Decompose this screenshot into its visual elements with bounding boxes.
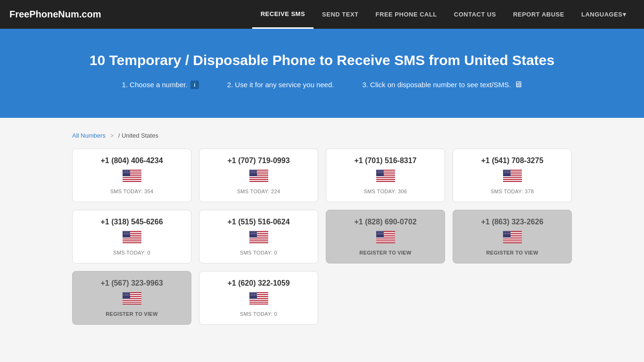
flag-icon: ★★★★★★★★★★★★★★★★★★ (461, 231, 564, 245)
phone-number: +1 (707) 719-0993 (207, 156, 310, 165)
hero-banner: 10 Temporary / Disposable Phone to Recei… (0, 29, 644, 118)
phone-card[interactable]: +1 (567) 323-9963 ★★★★★★★★★★★★★★★★★★ REG… (72, 271, 191, 325)
flag-icon: ★★★★★★★★★★★★★★★★★★ (334, 170, 437, 184)
nav-contact-us[interactable]: CONTACT US (446, 0, 504, 29)
sms-count: SMS TODAY: 0 (80, 250, 183, 255)
register-label: REGISTER TO VIEW (461, 250, 564, 255)
hero-step-2: 2. Use it for any service you need. (227, 80, 334, 90)
nav-languages[interactable]: LANGUAGES (573, 0, 635, 29)
flag-icon: ★★★★★★★★★★★★★★★★★★ (80, 170, 183, 184)
sms-count: SMS TODAY: 378 (461, 189, 564, 194)
phone-number: +1 (318) 545-6266 (80, 218, 183, 226)
phone-card[interactable]: +1 (515) 516-0624 ★★★★★★★★★★★★★★★★★★ SMS… (199, 210, 318, 263)
register-label: REGISTER TO VIEW (334, 250, 437, 255)
step1-text: 1. Choose a number. (122, 81, 187, 89)
svg-rect-83 (503, 178, 522, 179)
svg-rect-58 (376, 180, 395, 181)
svg-rect-188 (503, 241, 522, 242)
svg-rect-4 (123, 176, 141, 177)
phone-card[interactable]: +1 (863) 323-2626 ★★★★★★★★★★★★★★★★★★ REG… (453, 210, 572, 263)
flag-icon: ★★★★★★★★★★★★★★★★★★ (207, 170, 310, 184)
breadcrumb-sep2: / (118, 132, 122, 139)
nav-receive-sms[interactable]: RECEIVE SMS (252, 0, 314, 29)
phone-number: +1 (863) 323-2626 (461, 218, 564, 226)
svg-rect-108 (123, 238, 141, 239)
phone-card[interactable]: +1 (804) 406-4234 ★★★★★★★★★★★★★★★★★★ SMS… (72, 148, 191, 202)
phone-number: +1 (567) 323-9963 (80, 279, 183, 288)
svg-rect-135 (249, 239, 268, 240)
flag-icon: ★★★★★★★★★★★★★★★★★★ (207, 292, 310, 306)
svg-rect-239 (249, 301, 268, 302)
svg-rect-136 (249, 241, 268, 242)
svg-rect-212 (123, 299, 141, 300)
svg-rect-110 (123, 241, 141, 242)
info-icon: i (190, 81, 199, 89)
monitor-icon: 🖥 (514, 80, 522, 90)
phone-card[interactable]: +1 (318) 545-6266 ★★★★★★★★★★★★★★★★★★ SMS… (72, 210, 191, 263)
phone-number: +1 (701) 516-8317 (334, 156, 437, 165)
step3-text: 3. Click on disposable number to see tex… (362, 81, 511, 89)
svg-rect-109 (123, 239, 141, 240)
svg-rect-134 (249, 238, 268, 239)
svg-rect-186 (503, 238, 522, 239)
sms-count: SMS TODAY: 306 (334, 189, 437, 194)
nav-report-abuse[interactable]: REPORT ABUSE (504, 0, 573, 29)
svg-rect-31 (249, 178, 268, 179)
main-content: All Numbers > / United States +1 (804) 4… (63, 118, 581, 339)
hero-steps: 1. Choose a number. i 2. Use it for any … (9, 80, 635, 90)
phone-card[interactable]: +1 (701) 516-8317 ★★★★★★★★★★★★★★★★★★ SMS… (326, 148, 445, 202)
svg-rect-56 (376, 176, 395, 177)
phone-number: +1 (515) 516-0624 (207, 218, 310, 226)
flag-icon: ★★★★★★★★★★★★★★★★★★ (461, 170, 564, 184)
phone-card[interactable]: +1 (828) 690-0702 ★★★★★★★★★★★★★★★★★★ REG… (326, 210, 445, 263)
svg-rect-82 (503, 176, 522, 177)
phone-card[interactable]: +1 (620) 322-1059 ★★★★★★★★★★★★★★★★★★ SMS… (199, 271, 318, 325)
flag-icon: ★★★★★★★★★★★★★★★★★★ (207, 231, 310, 245)
sms-count: SMS TODAY: 224 (207, 189, 310, 194)
nav-links: RECEIVE SMS SEND TEXT FREE PHONE CALL CO… (252, 0, 635, 29)
svg-rect-84 (503, 180, 522, 181)
hero-step-1: 1. Choose a number. i (122, 80, 198, 90)
svg-rect-214 (123, 303, 141, 304)
svg-rect-160 (376, 238, 395, 239)
phone-number: +1 (620) 322-1059 (207, 279, 310, 288)
svg-rect-32 (249, 180, 268, 181)
breadcrumb-current: United States (122, 132, 158, 139)
register-label: REGISTER TO VIEW (80, 311, 183, 317)
flag-icon: ★★★★★★★★★★★★★★★★★★ (334, 231, 437, 245)
phone-number: +1 (804) 406-4234 (80, 156, 183, 165)
phone-grid: +1 (804) 406-4234 ★★★★★★★★★★★★★★★★★★ SMS… (72, 148, 572, 325)
brand-logo[interactable]: FreePhoneNum.com (9, 9, 101, 20)
svg-rect-238 (249, 299, 268, 300)
breadcrumb: All Numbers > / United States (72, 132, 572, 139)
svg-rect-187 (503, 239, 522, 240)
step2-text: 2. Use it for any service you need. (227, 81, 334, 89)
breadcrumb-all-numbers[interactable]: All Numbers (72, 132, 106, 139)
svg-rect-6 (123, 180, 141, 181)
sms-count: SMS TODAY: 354 (80, 189, 183, 194)
sms-count: SMS TODAY: 0 (207, 250, 310, 255)
sms-count: SMS TODAY: 0 (207, 311, 310, 317)
hero-title: 10 Temporary / Disposable Phone to Recei… (9, 52, 635, 68)
nav-free-phone-call[interactable]: FREE PHONE CALL (367, 0, 446, 29)
navbar: FreePhoneNum.com RECEIVE SMS SEND TEXT F… (0, 0, 644, 29)
flag-icon: ★★★★★★★★★★★★★★★★★★ (80, 292, 183, 306)
svg-rect-161 (376, 239, 395, 240)
phone-card[interactable]: +1 (707) 719-0993 ★★★★★★★★★★★★★★★★★★ SMS… (199, 148, 318, 202)
svg-rect-240 (249, 303, 268, 304)
svg-rect-213 (123, 301, 141, 302)
nav-send-text[interactable]: SEND TEXT (314, 0, 367, 29)
phone-number: +1 (541) 708-3275 (461, 156, 564, 165)
phone-card[interactable]: +1 (541) 708-3275 ★★★★★★★★★★★★★★★★★★ SMS… (453, 148, 572, 202)
svg-rect-5 (123, 178, 141, 179)
breadcrumb-separator: > (110, 132, 114, 139)
svg-rect-30 (249, 176, 268, 177)
svg-rect-57 (376, 178, 395, 179)
phone-number: +1 (828) 690-0702 (334, 218, 437, 226)
svg-rect-162 (376, 241, 395, 242)
flag-icon: ★★★★★★★★★★★★★★★★★★ (80, 231, 183, 245)
hero-step-3: 3. Click on disposable number to see tex… (362, 80, 522, 90)
